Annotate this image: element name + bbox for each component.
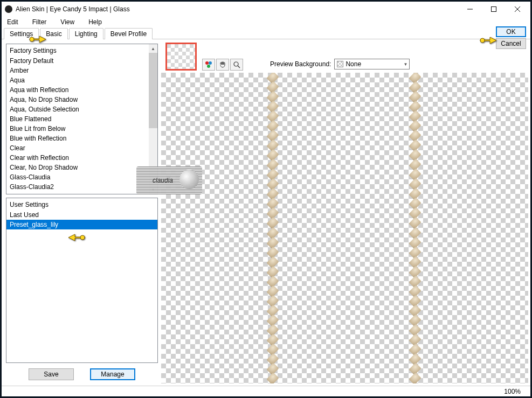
factory-settings-listbox: Factory Settings Factory DefaultAmberAqu… (6, 44, 158, 194)
factory-list-item[interactable]: Blue Lit from Below (6, 124, 157, 134)
menu-help[interactable]: Help (86, 17, 104, 27)
svg-point-5 (209, 61, 212, 65)
factory-list-item[interactable]: Glass-Claudia (6, 172, 157, 182)
tab-bevel-profile[interactable]: Bevel Profile (105, 28, 153, 39)
svg-rect-1 (492, 7, 496, 12)
preview-thumbnail[interactable] (165, 43, 197, 71)
svg-point-11 (480, 38, 485, 43)
chevron-down-icon: ▼ (403, 62, 407, 67)
factory-list-item[interactable]: Glass-Claudia3 (6, 192, 157, 194)
factory-list-item[interactable]: Aqua, No Drop Shadow (6, 95, 157, 104)
svg-point-9 (30, 37, 34, 41)
app-icon (5, 5, 12, 13)
tab-row: Settings Basic Lighting Bevel Profile OK… (2, 27, 530, 39)
menu-view[interactable]: View (58, 17, 77, 27)
factory-list-item[interactable]: Aqua, Outside Selection (6, 104, 157, 114)
preview-artwork (267, 73, 279, 383)
user-list-item[interactable]: Last Used (6, 210, 157, 220)
color-picker-tool-icon[interactable] (202, 59, 215, 71)
scroll-thumb[interactable] (149, 53, 157, 128)
menubar: Edit Filter View Help (2, 17, 530, 27)
factory-list-item[interactable]: Aqua (6, 75, 157, 85)
menu-filter[interactable]: Filter (30, 17, 49, 27)
factory-list-item[interactable]: Glass-Claudia2 (6, 182, 157, 192)
save-button[interactable]: Save (29, 368, 74, 380)
watermark-text: claudia (153, 177, 173, 184)
user-settings-header: User Settings (6, 199, 157, 210)
factory-list-item[interactable]: Aqua with Reflection (6, 85, 157, 95)
tab-lighting[interactable]: Lighting (69, 28, 103, 39)
svg-point-6 (207, 65, 210, 68)
watermark: claudia (136, 166, 202, 194)
right-panel: Preview Background: None ▼ (161, 39, 530, 386)
factory-list-item[interactable]: Amber (6, 66, 157, 75)
zoom-level: 100% (504, 388, 521, 395)
pointer-cursor-icon (67, 231, 86, 245)
factory-list-item[interactable]: Blue Flattened (6, 114, 157, 124)
user-list-item[interactable]: Preset_glass_lily (6, 220, 157, 229)
preview-background-label: Preview Background: (270, 60, 331, 68)
svg-point-4 (205, 61, 209, 65)
left-panel: Factory Settings Factory DefaultAmberAqu… (2, 39, 161, 386)
pointer-cursor-icon (29, 33, 47, 46)
factory-settings-header: Factory Settings (6, 45, 157, 56)
close-button[interactable] (506, 2, 529, 16)
minimize-button[interactable] (458, 2, 482, 16)
transparency-swatch-icon (337, 61, 343, 67)
factory-list-item[interactable]: Clear, No Drop Shadow (6, 163, 157, 172)
manage-button[interactable]: Manage (90, 368, 135, 380)
preview-background-select[interactable]: None ▼ (334, 59, 410, 69)
preview-canvas[interactable] (161, 73, 528, 383)
titlebar: Alien Skin | Eye Candy 5 Impact | Glass (2, 2, 530, 17)
window-title: Alien Skin | Eye Candy 5 Impact | Glass (16, 5, 458, 13)
factory-list-item[interactable]: Clear with Reflection (6, 153, 157, 163)
factory-list-item[interactable]: Factory Default (6, 56, 157, 66)
svg-point-7 (234, 62, 238, 66)
menu-edit[interactable]: Edit (5, 17, 20, 27)
preview-background-value: None (346, 60, 361, 68)
pointer-cursor-icon (479, 34, 498, 47)
factory-list-item[interactable]: Blue with Reflection (6, 134, 157, 143)
user-settings-listbox: User Settings Last UsedPreset_glass_lily (6, 198, 158, 363)
maximize-button[interactable] (482, 2, 506, 16)
factory-list-item[interactable]: Clear (6, 143, 157, 153)
ok-button[interactable]: OK (496, 26, 526, 37)
hand-tool-icon[interactable] (216, 59, 229, 71)
status-bar: 100% (2, 386, 530, 396)
scroll-up-icon[interactable]: ▲ (149, 44, 157, 53)
svg-line-8 (238, 66, 240, 68)
zoom-tool-icon[interactable] (230, 59, 243, 71)
preview-artwork (409, 73, 421, 383)
svg-point-10 (80, 235, 85, 240)
